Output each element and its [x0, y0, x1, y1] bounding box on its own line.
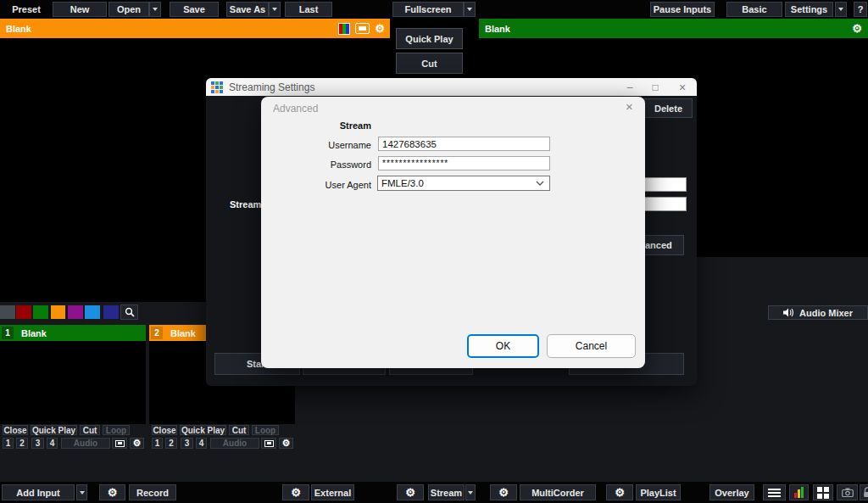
colorbars-icon[interactable]	[338, 23, 350, 35]
quick-play-button[interactable]: Quick Play	[396, 28, 463, 49]
open-button[interactable]: Open	[108, 2, 149, 17]
save-as-dropdown-arrow-icon[interactable]	[269, 2, 281, 17]
settings-dropdown-arrow-icon[interactable]	[835, 2, 847, 17]
stream-settings-button[interactable]: ⚙	[397, 484, 424, 500]
add-input-dropdown-arrow-icon[interactable]	[76, 484, 87, 500]
gear-icon: ⚙	[133, 439, 142, 448]
swatch-gray[interactable]	[0, 305, 15, 319]
user-agent-value: FMLE/3.0	[381, 178, 424, 188]
save-as-button[interactable]: Save As	[226, 2, 269, 17]
audio-mixer-label: Audio Mixer	[799, 308, 853, 318]
input-1-monitor[interactable]	[0, 341, 146, 424]
input-label: Blank	[170, 328, 196, 338]
snapshot-button[interactable]	[837, 484, 858, 500]
input-1-loop-button[interactable]: Loop	[103, 425, 130, 435]
preset-label: Preset	[0, 2, 53, 17]
swatch-navy[interactable]	[103, 305, 119, 319]
last-button[interactable]: Last	[285, 2, 332, 17]
password-label: Password	[261, 159, 371, 170]
external-button[interactable]: External	[311, 484, 354, 500]
input-1-overlay-2-button[interactable]: 2	[16, 438, 28, 449]
stream-section-heading: Stream	[261, 120, 371, 131]
maximize-button[interactable]: □	[643, 78, 668, 96]
program-title-bar[interactable]: Blank ⚙	[479, 19, 868, 38]
swatch-darkred[interactable]	[16, 305, 31, 319]
input-2-audio-button[interactable]: Audio	[210, 438, 259, 449]
input-1-fullscreen-button[interactable]	[112, 438, 127, 449]
gear-icon: ⚙	[108, 487, 118, 498]
fullscreen-button[interactable]: Fullscreen	[392, 2, 464, 17]
cut-button[interactable]: Cut	[396, 53, 463, 74]
input-1-settings-button[interactable]: ⚙	[130, 438, 144, 449]
fullscreen-dropdown-arrow-icon[interactable]	[464, 2, 476, 17]
input-1-overlay-3-button[interactable]: 3	[31, 438, 44, 449]
input-2-settings-button[interactable]: ⚙	[279, 438, 293, 449]
audio-mixer-header[interactable]: Audio Mixer	[768, 305, 868, 320]
input-1-overlay-4-button[interactable]: 4	[47, 438, 58, 449]
add-input-button[interactable]: Add Input	[2, 484, 75, 500]
playlist-settings-button[interactable]: ⚙	[606, 484, 633, 500]
playlist-button[interactable]: PlayList	[636, 484, 681, 500]
gear-icon[interactable]: ⚙	[375, 23, 385, 34]
close-icon[interactable]: ×	[626, 99, 633, 114]
user-agent-select[interactable]: FMLE/3.0	[377, 176, 550, 191]
gear-icon: ⚙	[498, 487, 509, 498]
input-2-overlay-4-button[interactable]: 4	[196, 438, 207, 449]
input-2-close-button[interactable]: Close	[152, 425, 177, 435]
password-field[interactable]	[378, 156, 550, 170]
program-input-label: Blank	[485, 24, 510, 34]
cancel-button[interactable]: Cancel	[547, 334, 636, 358]
swatch-green[interactable]	[33, 305, 48, 319]
input-1-overlay-1-button[interactable]: 1	[3, 438, 14, 449]
stream-dropdown-arrow-icon[interactable]	[465, 484, 476, 500]
swatch-purple[interactable]	[68, 305, 83, 319]
input-2-overlay-3-button[interactable]: 3	[181, 438, 193, 449]
save-button[interactable]: Save	[170, 2, 219, 17]
stream-button[interactable]: Stream	[428, 484, 465, 500]
input-1-audio-button[interactable]: Audio	[61, 438, 110, 449]
gear-icon[interactable]: ⚙	[852, 23, 862, 34]
layout-grid-button[interactable]	[813, 484, 833, 500]
new-button[interactable]: New	[53, 2, 107, 17]
grid-icon	[817, 487, 829, 499]
chevron-down-icon	[536, 181, 544, 186]
input-2-fullscreen-button[interactable]	[261, 438, 276, 449]
multicorder-button[interactable]: MultiCorder	[520, 484, 596, 500]
streaming-settings-title-bar[interactable]: Streaming Settings – □ ×	[206, 78, 697, 96]
record-settings-button[interactable]: ⚙	[99, 484, 125, 500]
input-1-cut-button[interactable]: Cut	[80, 425, 100, 435]
input-2-overlay-2-button[interactable]: 2	[165, 438, 177, 449]
input-2-quick-play-button[interactable]: Quick Play	[180, 425, 226, 435]
minimize-button[interactable]: –	[617, 78, 643, 96]
multicorder-settings-button[interactable]: ⚙	[490, 484, 517, 500]
audio-levels-button[interactable]	[789, 484, 809, 500]
lock-button[interactable]	[860, 484, 868, 500]
pause-inputs-button[interactable]: Pause Inputs	[650, 2, 715, 17]
menu-button[interactable]	[763, 484, 786, 500]
preview-title-bar[interactable]: Blank ⚙	[0, 19, 390, 38]
camera-icon	[842, 488, 854, 497]
advanced-dialog: Advanced × Stream Username Password User…	[261, 97, 645, 368]
input-1-close-button[interactable]: Close	[3, 425, 28, 435]
open-dropdown-arrow-icon[interactable]	[149, 2, 161, 17]
delete-stream-button[interactable]: Delete	[644, 98, 693, 118]
input-1-quick-play-button[interactable]: Quick Play	[31, 425, 77, 435]
input-2-overlay-1-button[interactable]: 1	[152, 438, 163, 449]
swatch-blue[interactable]	[85, 305, 100, 319]
external-settings-button[interactable]: ⚙	[282, 484, 309, 500]
help-button[interactable]: ?	[854, 2, 867, 17]
swatch-orange[interactable]	[51, 305, 65, 319]
input-2-loop-button[interactable]: Loop	[252, 425, 279, 435]
input-1-title-bar[interactable]: 1 Blank	[0, 325, 146, 341]
input-2-cut-button[interactable]: Cut	[229, 425, 249, 435]
speaker-icon	[783, 308, 794, 317]
username-field[interactable]	[378, 137, 550, 151]
basic-button[interactable]: Basic	[726, 2, 782, 17]
overlay-button[interactable]: Overlay	[709, 484, 754, 500]
record-button[interactable]: Record	[129, 484, 176, 500]
settings-button[interactable]: Settings	[785, 2, 833, 17]
search-button[interactable]	[120, 305, 138, 320]
monitor-icon[interactable]	[355, 23, 370, 34]
ok-button[interactable]: OK	[467, 334, 539, 358]
close-button[interactable]: ×	[668, 78, 697, 96]
